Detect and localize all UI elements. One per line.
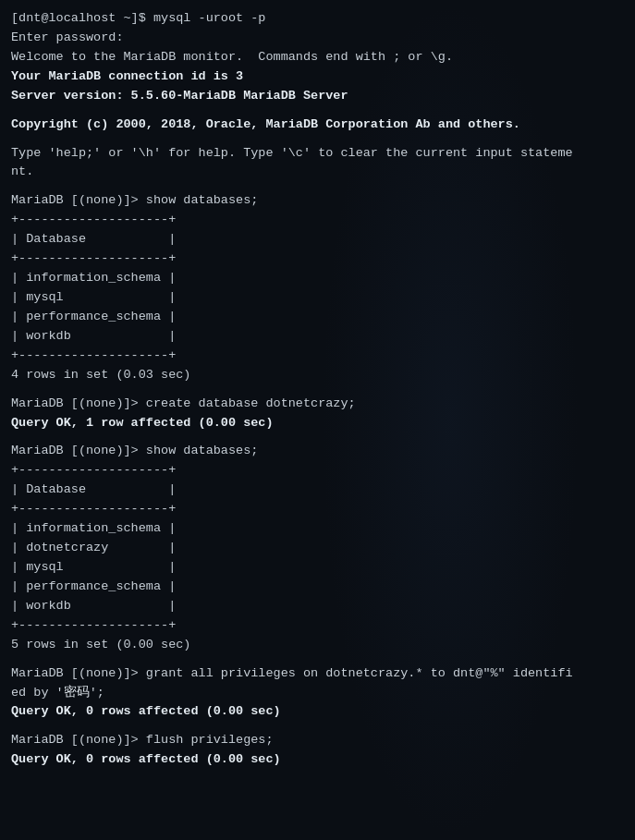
line-help2: nt.: [11, 163, 624, 182]
line-t14: | mysql |: [11, 558, 624, 578]
line-r1: 4 rows in set (0.03 sec): [11, 366, 624, 385]
line-t10: | Database |: [11, 481, 624, 500]
line-r3: 5 rows in set (0.00 sec): [11, 636, 624, 655]
line-g1: MariaDB [(none)]> grant all privileges o…: [11, 664, 624, 684]
line-cmd1: [dnt@localhost ~]$ mysql -uroot -p: [11, 9, 624, 29]
line-version: Server version: 5.5.60-MariaDB MariaDB S…: [11, 87, 624, 106]
line-q1: MariaDB [(none)]> show databases;: [11, 191, 624, 211]
line-t1: +--------------------+: [11, 211, 624, 230]
line-q3: MariaDB [(none)]> show databases;: [11, 442, 624, 461]
line-pwd: Enter password:: [11, 29, 624, 48]
line-r5: Query OK, 0 rows affected (0.00 sec): [11, 750, 624, 770]
line-t12: | information_schema |: [11, 519, 624, 539]
line-t3: +--------------------+: [11, 250, 624, 269]
line-r4: Query OK, 0 rows affected (0.00 sec): [11, 702, 624, 722]
line-t17: +--------------------+: [11, 616, 624, 636]
line-t2: | Database |: [11, 230, 624, 250]
line-t11: +--------------------+: [11, 500, 624, 519]
line-connid: Your MariaDB connection id is 3: [11, 67, 624, 87]
line-help1: Type 'help;' or '\h' for help. Type '\c'…: [11, 144, 624, 164]
line-t4: | information_schema |: [11, 269, 624, 288]
line-t8: +--------------------+: [11, 347, 624, 366]
line-t7: | workdb |: [11, 327, 624, 347]
terminal-window: [dnt@localhost ~]$ mysql -uroot -p Enter…: [0, 0, 635, 840]
line-t16: | workdb |: [11, 597, 624, 616]
line-t9: +--------------------+: [11, 461, 624, 481]
line-g2: ed by '密码';: [11, 684, 624, 703]
line-t5: | mysql |: [11, 288, 624, 308]
line-welcome1: Welcome to the MariaDB monitor. Commands…: [11, 48, 624, 67]
line-copyright: Copyright (c) 2000, 2018, Oracle, MariaD…: [11, 116, 624, 135]
line-q4: MariaDB [(none)]> flush privileges;: [11, 731, 624, 750]
line-t13: | dotnetcrazy |: [11, 539, 624, 558]
line-q2: MariaDB [(none)]> create database dotnet…: [11, 395, 624, 414]
line-t6: | performance_schema |: [11, 308, 624, 327]
line-t15: | performance_schema |: [11, 578, 624, 597]
line-r2: Query OK, 1 row affected (0.00 sec): [11, 414, 624, 433]
